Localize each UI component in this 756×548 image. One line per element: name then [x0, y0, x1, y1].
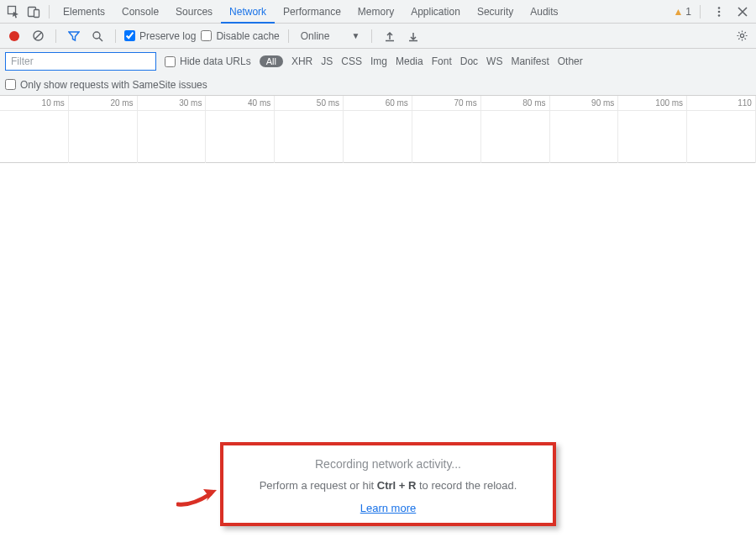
timeline-tick: 40 ms: [206, 96, 275, 110]
throttling-value: Online: [301, 30, 330, 42]
svg-point-12: [740, 34, 743, 37]
timeline-tick: 60 ms: [344, 96, 412, 110]
svg-point-4: [718, 10, 721, 13]
network-toolbar: Preserve log Disable cache Online ▼: [0, 24, 756, 49]
timeline-column: [138, 111, 207, 163]
throttling-select[interactable]: Online ▼: [297, 30, 364, 42]
timeline-body: [0, 111, 756, 163]
empty-sub-prefix: Perform a request or hit: [260, 479, 377, 492]
hide-data-urls-checkbox[interactable]: Hide data URLs: [165, 55, 251, 67]
inspect-element-icon[interactable]: [3, 2, 24, 22]
tab-network[interactable]: Network: [221, 0, 275, 24]
filter-bar: Hide data URLs All XHRJSCSSImgMediaFontD…: [0, 49, 756, 74]
record-button[interactable]: [5, 27, 24, 45]
preserve-log-label: Preserve log: [139, 30, 196, 42]
empty-sub-suffix: to record the reload.: [416, 479, 517, 492]
timeline-tick: 100 ms: [618, 96, 687, 110]
filter-toggle-icon[interactable]: [65, 27, 83, 45]
timeline-column: [69, 111, 138, 163]
upload-har-icon[interactable]: [381, 27, 399, 45]
timeline-tick: 10 ms: [0, 96, 69, 110]
separator: [288, 29, 289, 43]
empty-title: Recording network activity...: [237, 457, 539, 471]
filter-type-doc[interactable]: Doc: [460, 55, 478, 67]
timeline-column: [0, 111, 69, 163]
timeline-tick: 80 ms: [481, 96, 550, 110]
search-icon[interactable]: [88, 27, 107, 45]
preserve-log-input[interactable]: [124, 30, 135, 41]
timeline-column: [344, 111, 412, 163]
disable-cache-label: Disable cache: [216, 30, 279, 42]
requests-area: Recording network activity... Perform a …: [0, 163, 756, 548]
timeline-column: [412, 111, 481, 163]
samesite-checkbox[interactable]: Only show requests with SameSite issues: [5, 79, 207, 91]
download-har-icon[interactable]: [404, 27, 423, 45]
empty-subtitle: Perform a request or hit Ctrl + R to rec…: [237, 479, 539, 492]
timeline-tick: 20 ms: [69, 96, 138, 110]
tab-security[interactable]: Security: [469, 0, 522, 24]
empty-sub-key: Ctrl + R: [377, 479, 417, 492]
tab-sources[interactable]: Sources: [167, 0, 221, 24]
filter-type-css[interactable]: CSS: [341, 55, 362, 67]
preserve-log-checkbox[interactable]: Preserve log: [124, 30, 196, 42]
tabs-container: ElementsConsoleSourcesNetworkPerformance…: [55, 0, 567, 24]
timeline-tick: 70 ms: [412, 96, 481, 110]
timeline-tick: 50 ms: [275, 96, 344, 110]
hide-data-urls-label: Hide data URLs: [180, 55, 251, 67]
timeline-overview[interactable]: 10 ms20 ms30 ms40 ms50 ms60 ms70 ms80 ms…: [0, 96, 756, 163]
timeline-column: [481, 111, 550, 163]
tab-memory[interactable]: Memory: [349, 0, 402, 24]
filter-type-manifest[interactable]: Manifest: [511, 55, 549, 67]
filter-type-font[interactable]: Font: [432, 55, 452, 67]
tab-audits[interactable]: Audits: [522, 0, 566, 24]
samesite-input[interactable]: [5, 79, 16, 90]
svg-point-5: [718, 14, 721, 17]
filter-type-media[interactable]: Media: [396, 55, 423, 67]
timeline-tick: 110: [687, 96, 756, 110]
timeline-tick: 30 ms: [138, 96, 207, 110]
filter-type-all[interactable]: All: [260, 55, 283, 67]
filter-type-ws[interactable]: WS: [486, 55, 502, 67]
filter-type-js[interactable]: JS: [321, 55, 333, 67]
warning-icon: ▲: [673, 6, 683, 18]
timeline-column: [206, 111, 275, 163]
separator: [49, 5, 50, 18]
tab-application[interactable]: Application: [402, 0, 469, 24]
timeline-column: [687, 111, 756, 163]
timeline-ticks: 10 ms20 ms30 ms40 ms50 ms60 ms70 ms80 ms…: [0, 96, 756, 111]
separator: [700, 5, 701, 18]
timeline-column: [275, 111, 344, 163]
filter-type-xhr[interactable]: XHR: [291, 55, 312, 67]
tab-elements[interactable]: Elements: [55, 0, 113, 24]
timeline-column: [618, 111, 687, 163]
svg-point-3: [718, 7, 721, 9]
svg-line-9: [99, 38, 102, 41]
timeline-column: [550, 111, 619, 163]
clear-icon[interactable]: [29, 27, 47, 45]
hide-data-urls-input[interactable]: [165, 56, 176, 67]
more-menu-icon[interactable]: [709, 2, 729, 22]
device-toolbar-icon[interactable]: [24, 2, 44, 22]
filter-type-img[interactable]: Img: [370, 55, 387, 67]
disable-cache-input[interactable]: [201, 30, 212, 41]
separator: [115, 29, 116, 43]
filter-type-other[interactable]: Other: [558, 55, 583, 67]
svg-point-8: [93, 32, 100, 39]
filter-types-container: XHRJSCSSImgMediaFontDocWSManifestOther: [291, 55, 583, 67]
close-devtools-icon[interactable]: [732, 2, 753, 22]
disable-cache-checkbox[interactable]: Disable cache: [201, 30, 279, 42]
settings-gear-icon[interactable]: [732, 27, 751, 45]
filter-input[interactable]: [5, 52, 156, 71]
annotation-arrow-icon: [176, 487, 217, 508]
warning-count: 1: [685, 6, 691, 18]
devtools-tabstrip: ElementsConsoleSourcesNetworkPerformance…: [0, 0, 756, 24]
tab-performance[interactable]: Performance: [275, 0, 349, 24]
samesite-row: Only show requests with SameSite issues: [0, 74, 756, 96]
svg-rect-2: [34, 9, 39, 17]
learn-more-link[interactable]: Learn more: [237, 502, 539, 514]
separator: [371, 29, 372, 43]
tab-console[interactable]: Console: [113, 0, 167, 24]
timeline-tick: 90 ms: [550, 96, 619, 110]
empty-state-callout: Recording network activity... Perform a …: [220, 442, 556, 526]
warnings-badge[interactable]: ▲ 1: [673, 6, 691, 18]
